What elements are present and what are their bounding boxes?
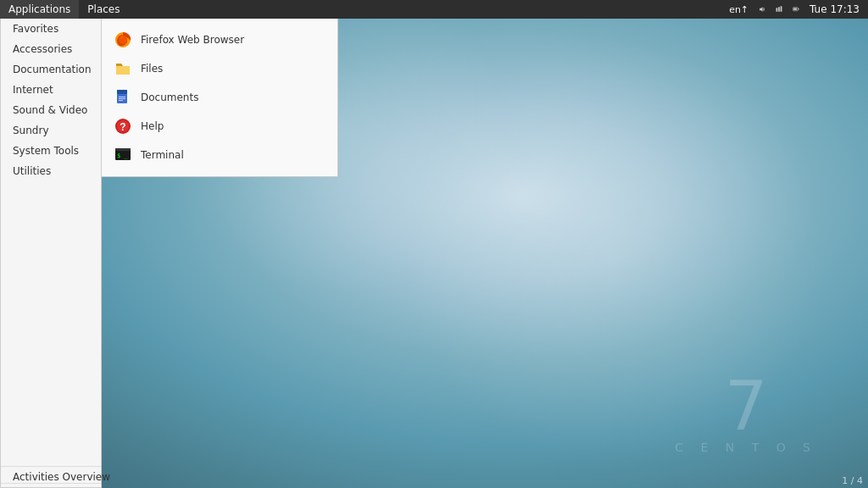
page-indicator: 1 / 4 xyxy=(842,475,863,486)
menu-item-internet[interactable]: Internet xyxy=(1,80,101,100)
language-indicator[interactable]: en↑ xyxy=(726,0,752,19)
submenu-item-files[interactable]: Files xyxy=(102,54,337,83)
network-svg xyxy=(776,3,782,15)
menu-item-favorites[interactable]: Favorites xyxy=(1,19,101,39)
submenu-item-help[interactable]: ? Help xyxy=(102,112,337,141)
submenu-label-terminal: Terminal xyxy=(141,149,184,161)
svg-rect-3 xyxy=(781,6,782,12)
volume-svg xyxy=(759,3,765,15)
panel-right: en↑ Tue 17:13 xyxy=(726,0,868,19)
applications-menu-button[interactable]: Applications xyxy=(0,0,79,19)
menu-item-sound-video[interactable]: Sound & Video xyxy=(1,100,101,120)
power-svg xyxy=(793,3,799,15)
submenu-label-firefox: Firefox Web Browser xyxy=(141,34,244,46)
menu-item-utilities[interactable]: Utilities xyxy=(1,161,101,181)
svg-rect-5 xyxy=(798,8,799,10)
svg-rect-10 xyxy=(117,90,127,94)
svg-text:$ _: $ _ xyxy=(117,152,128,159)
submenu-label-documents: Documents xyxy=(141,92,198,103)
panel-left: Applications Places xyxy=(0,0,128,19)
svg-rect-11 xyxy=(119,97,125,97)
menu-item-system-tools[interactable]: System Tools xyxy=(1,141,101,161)
svg-rect-6 xyxy=(793,8,797,10)
language-label: en↑ xyxy=(729,4,748,15)
svg-rect-1 xyxy=(776,8,778,12)
svg-text:?: ? xyxy=(120,121,125,133)
submenu-label-help: Help xyxy=(141,120,164,132)
volume-icon[interactable] xyxy=(755,3,769,16)
svg-point-8 xyxy=(119,36,127,44)
top-panel: Applications Places en↑ xyxy=(0,0,868,19)
help-icon: ? xyxy=(114,117,132,136)
power-icon[interactable] xyxy=(789,3,803,16)
menu-item-accessories[interactable]: Accessories xyxy=(1,39,101,59)
menu-item-documentation[interactable]: Documentation xyxy=(1,59,101,80)
centos-watermark: 7 C E N T O S xyxy=(675,373,817,454)
centos-version-number: 7 xyxy=(675,373,817,441)
menu-item-activities-overview[interactable]: Activities Overview xyxy=(1,466,101,487)
documents-icon xyxy=(114,88,132,107)
svg-rect-13 xyxy=(119,100,123,101)
clock[interactable]: Tue 17:13 xyxy=(806,0,863,19)
places-menu-button[interactable]: Places xyxy=(79,0,128,19)
submenu-item-documents[interactable]: Documents xyxy=(102,83,337,112)
submenu-label-files: Files xyxy=(141,63,163,75)
svg-marker-0 xyxy=(760,7,762,12)
submenu-item-firefox[interactable]: Firefox Web Browser xyxy=(102,25,337,54)
submenu-panel: Firefox Web Browser Files Documents xyxy=(101,19,338,177)
centos-brand-text: C E N T O S xyxy=(675,441,817,454)
files-icon xyxy=(114,59,132,78)
terminal-icon: $ _ xyxy=(114,146,132,164)
menu-item-sundry[interactable]: Sundry xyxy=(1,120,101,141)
firefox-icon xyxy=(114,30,132,49)
applications-menu: Favorites Accessories Documentation Inte… xyxy=(0,19,102,488)
submenu-item-terminal[interactable]: $ _ Terminal xyxy=(102,141,337,169)
svg-rect-2 xyxy=(778,7,780,12)
svg-rect-18 xyxy=(115,148,131,151)
network-icon[interactable] xyxy=(772,3,786,16)
svg-rect-12 xyxy=(119,98,125,99)
